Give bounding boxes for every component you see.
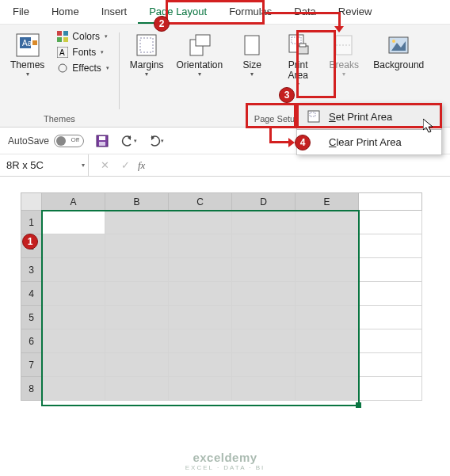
orientation-button[interactable]: Orientation ▾ — [173, 29, 227, 80]
undo-button[interactable]: ▾ — [120, 132, 138, 150]
spreadsheet-grid: A B C D E 1 2 3 4 5 6 7 8 — [0, 177, 450, 401]
row-header[interactable]: 2 — [21, 234, 42, 258]
cell[interactable] — [105, 258, 169, 282]
autosave-label: AutoSave — [8, 135, 49, 147]
cell[interactable] — [42, 282, 105, 306]
fonts-button[interactable]: A Fonts▾ — [53, 45, 112, 59]
effects-button[interactable]: Effects▾ — [53, 61, 112, 75]
cell[interactable] — [105, 211, 169, 234]
col-header[interactable]: C — [169, 193, 232, 211]
tab-review[interactable]: Review — [327, 0, 383, 24]
cell[interactable] — [105, 306, 169, 329]
col-header[interactable] — [359, 193, 422, 211]
cell[interactable] — [169, 329, 232, 353]
breaks-button[interactable]: Breaks ▾ — [323, 29, 364, 80]
autosave-toggle[interactable]: AutoSave Off — [8, 135, 84, 147]
chevron-down-icon: ▾ — [82, 162, 85, 169]
chevron-down-icon: ▾ — [198, 70, 201, 78]
cell[interactable] — [359, 258, 422, 282]
tab-file[interactable]: File — [2, 0, 40, 24]
cell[interactable] — [232, 211, 296, 234]
cell[interactable] — [169, 306, 232, 329]
tab-page-layout[interactable]: Page Layout — [138, 0, 218, 24]
name-box[interactable]: 8R x 5C ▾ — [0, 154, 89, 176]
name-box-value: 8R x 5C — [6, 159, 44, 171]
cell[interactable] — [296, 353, 359, 377]
cell[interactable] — [296, 211, 359, 234]
row-header[interactable]: 1 — [21, 211, 42, 234]
cell[interactable] — [169, 234, 232, 258]
cell[interactable] — [169, 211, 232, 234]
fx-icon[interactable]: fx — [138, 159, 145, 172]
size-button[interactable]: Size ▾ — [231, 29, 273, 80]
cell[interactable] — [359, 377, 422, 401]
cell[interactable] — [232, 234, 296, 258]
cell[interactable] — [42, 306, 105, 329]
cell[interactable] — [296, 282, 359, 306]
tab-formulas[interactable]: Formulas — [218, 0, 283, 24]
row-header[interactable]: 6 — [21, 329, 42, 353]
col-header[interactable]: B — [105, 193, 169, 211]
chevron-down-icon: ▾ — [145, 70, 148, 78]
cell[interactable] — [105, 353, 169, 377]
tab-insert[interactable]: Insert — [90, 0, 139, 24]
cell[interactable] — [232, 258, 296, 282]
cell[interactable] — [105, 377, 169, 401]
cell[interactable] — [105, 234, 169, 258]
svg-point-10 — [59, 64, 67, 72]
cell[interactable] — [232, 329, 296, 353]
cell[interactable] — [232, 306, 296, 329]
cell[interactable] — [232, 282, 296, 306]
save-button[interactable] — [93, 132, 111, 150]
background-button[interactable]: Background — [369, 29, 428, 73]
cell[interactable] — [169, 353, 232, 377]
cell[interactable] — [42, 353, 105, 377]
cell[interactable] — [42, 377, 105, 401]
tab-data[interactable]: Data — [283, 0, 326, 24]
row-header[interactable]: 7 — [21, 353, 42, 377]
cell[interactable] — [232, 377, 296, 401]
cell[interactable] — [359, 329, 422, 353]
print-area-button[interactable]: Print Area ▾ — [277, 29, 318, 90]
row-header[interactable]: 3 — [21, 258, 42, 282]
select-all-corner[interactable] — [21, 193, 42, 211]
row-header[interactable]: 8 — [21, 377, 42, 401]
cell[interactable] — [42, 234, 105, 258]
enter-formula-button[interactable]: ✓ — [117, 158, 133, 173]
menu-clear-print-area[interactable]: Clear Print Area — [297, 129, 441, 154]
cell[interactable] — [296, 258, 359, 282]
cell[interactable] — [296, 306, 359, 329]
cell[interactable] — [359, 353, 422, 377]
themes-button[interactable]: Aa Themes ▾ — [6, 29, 48, 80]
cell[interactable] — [359, 211, 422, 234]
cell[interactable] — [169, 377, 232, 401]
cell[interactable] — [105, 282, 169, 306]
cell[interactable] — [359, 306, 422, 329]
cell[interactable] — [42, 329, 105, 353]
cell[interactable] — [359, 282, 422, 306]
redo-button[interactable]: ▾ — [147, 132, 165, 150]
col-header[interactable]: A — [42, 193, 105, 211]
formula-input[interactable] — [153, 154, 450, 176]
cell[interactable] — [296, 234, 359, 258]
menu-set-print-area[interactable]: SSet Print Areaet Print Area — [296, 103, 442, 130]
grid-table[interactable]: A B C D E 1 2 3 4 5 6 7 8 — [21, 192, 422, 401]
fill-handle[interactable] — [356, 402, 361, 408]
cell[interactable] — [169, 258, 232, 282]
cancel-formula-button[interactable]: ✕ — [97, 158, 113, 173]
cell[interactable] — [42, 258, 105, 282]
cell[interactable] — [296, 377, 359, 401]
cell[interactable] — [232, 353, 296, 377]
cell[interactable] — [105, 329, 169, 353]
row-header[interactable]: 5 — [21, 306, 42, 329]
margins-button[interactable]: Margins ▾ — [126, 29, 168, 80]
cell[interactable] — [42, 211, 105, 234]
tab-home[interactable]: Home — [40, 0, 90, 24]
cell[interactable] — [296, 329, 359, 353]
row-header[interactable]: 4 — [21, 282, 42, 306]
col-header[interactable]: E — [296, 193, 359, 211]
cell[interactable] — [359, 234, 422, 258]
cell[interactable] — [169, 282, 232, 306]
colors-button[interactable]: Colors▾ — [53, 29, 112, 44]
col-header[interactable]: D — [232, 193, 296, 211]
